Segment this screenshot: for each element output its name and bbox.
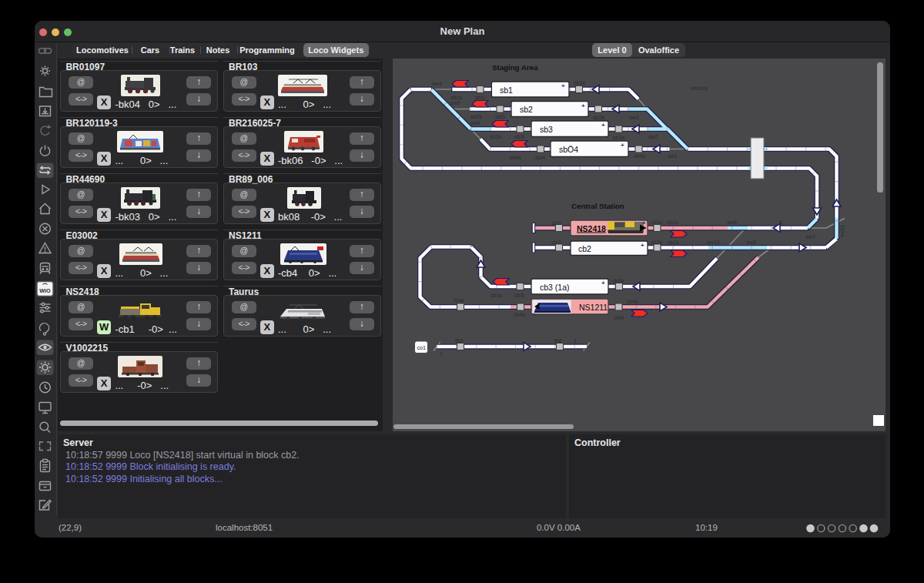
svg-text:sb4s: sb4s bbox=[510, 154, 522, 161]
svg-text:cb3e: cb3e bbox=[612, 277, 624, 284]
svg-text:WiO: WiO bbox=[39, 287, 51, 294]
svg-text:cb3s: cb3s bbox=[490, 292, 503, 299]
svg-text:sb2: sb2 bbox=[520, 105, 533, 114]
svg-text:NS2418: NS2418 bbox=[577, 224, 606, 233]
svg-text:fb6: fb6 bbox=[554, 337, 562, 344]
svg-text:sw8: sw8 bbox=[727, 219, 737, 226]
svg-text:sw6: sw6 bbox=[470, 119, 480, 126]
svg-text:cb2s: cb2s bbox=[668, 239, 680, 246]
svg-text:cb4i: cb4i bbox=[614, 314, 624, 321]
svg-text:sb3i: sb3i bbox=[514, 133, 525, 140]
svg-text:cb1s: cb1s bbox=[667, 219, 679, 226]
svg-text:sw7: sw7 bbox=[805, 233, 815, 240]
svg-text:sw11: sw11 bbox=[839, 225, 845, 237]
svg-text:sw10: sw10 bbox=[707, 239, 720, 246]
svg-text:sb3e: sb3e bbox=[613, 134, 625, 141]
svg-text:sb1: sb1 bbox=[500, 85, 513, 95]
svg-text:sb1e: sb1e bbox=[574, 79, 586, 86]
svg-text:sw2: sw2 bbox=[648, 133, 658, 140]
svg-text:sw5: sw5 bbox=[450, 99, 460, 106]
svg-text:cb4e: cb4e bbox=[514, 311, 526, 318]
svg-text:sw4: sw4 bbox=[432, 80, 442, 87]
svg-text:E: E bbox=[779, 219, 783, 226]
svg-text:1: 1 bbox=[574, 337, 577, 344]
svg-text:cb2: cb2 bbox=[578, 244, 591, 253]
svg-text:+: + bbox=[581, 102, 585, 109]
svg-text:sb2e: sb2e bbox=[593, 114, 605, 121]
svg-text:+: + bbox=[532, 311, 536, 318]
svg-text:Central Station: Central Station bbox=[571, 202, 624, 210]
svg-text:+: + bbox=[641, 242, 644, 249]
svg-text:1: 1 bbox=[440, 350, 443, 357]
svg-text:sw3: sw3 bbox=[629, 114, 639, 121]
svg-text:+: + bbox=[621, 142, 624, 149]
svg-text:sb1i: sb1i bbox=[475, 94, 486, 101]
svg-text:cb2i: cb2i bbox=[551, 239, 562, 246]
svg-text:co1: co1 bbox=[417, 344, 427, 351]
svg-text:cb2e: cb2e bbox=[651, 239, 663, 246]
svg-text:cb3i: cb3i bbox=[514, 292, 525, 299]
svg-text:sw1: sw1 bbox=[668, 152, 678, 159]
svg-text:+: + bbox=[642, 219, 646, 226]
svg-text:+: + bbox=[601, 122, 605, 129]
svg-text:Staging Area: Staging Area bbox=[492, 63, 538, 72]
svg-text:sb2i: sb2i bbox=[495, 113, 506, 120]
svg-text:cb4s: cb4s bbox=[627, 298, 639, 305]
svg-text:sb3s: sb3s bbox=[490, 133, 502, 140]
svg-text:cb1i: cb1i bbox=[551, 219, 562, 226]
svg-text:fb5: fb5 bbox=[455, 337, 463, 344]
svg-text:sb3: sb3 bbox=[540, 125, 553, 134]
svg-text:cb3 (1a): cb3 (1a) bbox=[540, 283, 570, 292]
svg-text:+: + bbox=[561, 82, 565, 89]
svg-text:sbÖ4: sbÖ4 bbox=[559, 145, 578, 154]
svg-text:cb1e: cb1e bbox=[651, 219, 663, 226]
svg-text:sb4i: sb4i bbox=[535, 154, 546, 161]
svg-text:sw9: sw9 bbox=[746, 239, 756, 246]
svg-text:+: + bbox=[601, 280, 605, 286]
svg-text:Vertical: Vertical bbox=[690, 85, 708, 92]
svg-text:NS1211: NS1211 bbox=[579, 303, 608, 312]
svg-text:loop: loop bbox=[454, 297, 464, 303]
svg-text:sb4e: sb4e bbox=[634, 152, 646, 159]
